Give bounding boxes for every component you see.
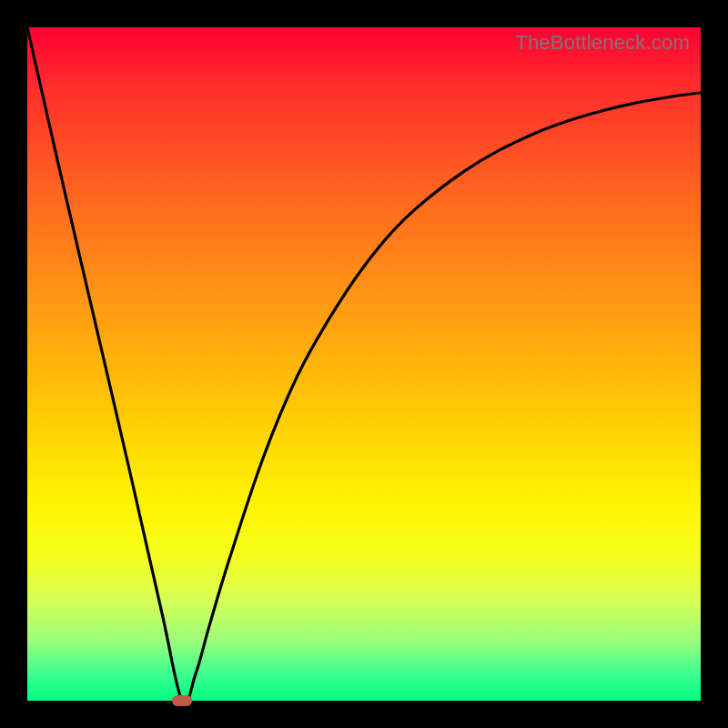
min-point-marker [172,695,192,706]
bottleneck-curve [27,27,701,701]
plot-area: TheBottleneck.com [27,27,701,701]
chart-frame: TheBottleneck.com [0,0,728,728]
